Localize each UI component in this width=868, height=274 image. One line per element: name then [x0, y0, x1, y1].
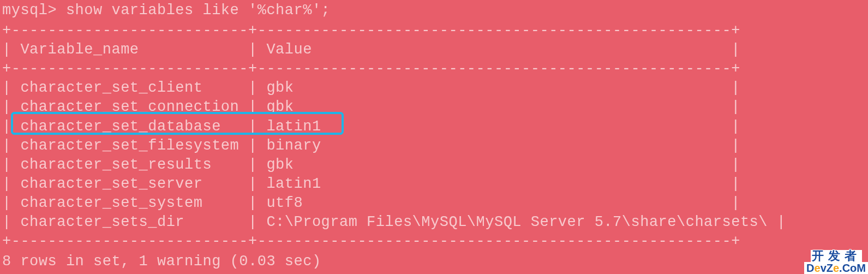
table-header-row: | Variable_name | Value |	[0, 40, 868, 59]
table-row: | character_sets_dir | C:\Program Files\…	[0, 213, 868, 232]
watermark-cn-text: 开发者	[811, 250, 862, 262]
watermark: 开发者 DevZe.CoM	[804, 250, 868, 274]
table-row: | character_set_client | gbk |	[0, 79, 868, 98]
table-border-top: +--------------------------+------------…	[0, 21, 868, 40]
mysql-prompt-line: mysql> show variables like '%char%';	[0, 1, 868, 20]
watermark-en-text: DevZe.CoM	[804, 262, 868, 274]
table-row: | character_set_results | gbk |	[0, 156, 868, 175]
table-border-mid: +--------------------------+------------…	[0, 59, 868, 79]
table-row: | character_set_connection | gbk |	[0, 98, 868, 117]
table-row-highlighted: | character_set_database | latin1 |	[0, 117, 868, 136]
result-summary: 8 rows in set, 1 warning (0.03 sec)	[0, 252, 868, 271]
table-row: | character_set_system | utf8 |	[0, 194, 868, 213]
table-row: | character_set_server | latin1 |	[0, 175, 868, 194]
table-border-bottom: +--------------------------+------------…	[0, 232, 868, 251]
table-row: | character_set_filesystem | binary |	[0, 136, 868, 156]
